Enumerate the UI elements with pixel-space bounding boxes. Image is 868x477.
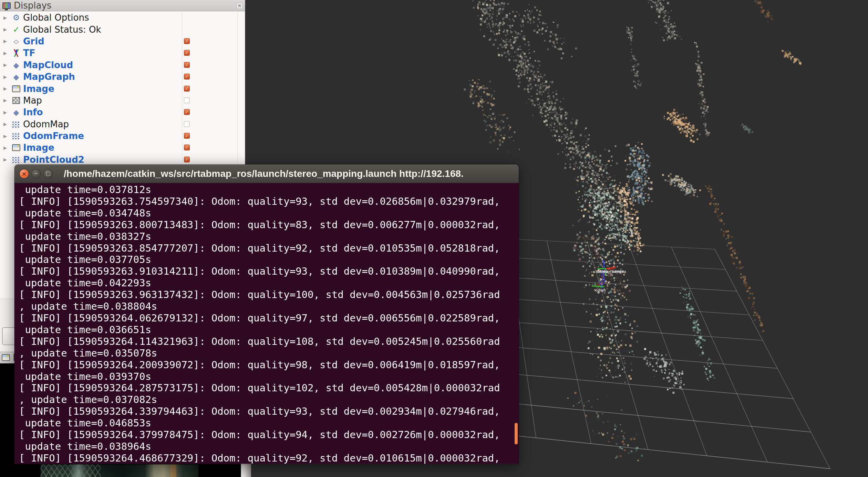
enabled-checkbox[interactable]: ✓ [184,157,190,162]
tf-frame-label: odom [595,288,606,293]
expand-arrow-icon[interactable]: ▶ [3,110,11,115]
terminal-title: /home/hazem/catkin_ws/src/rtabmap_ros/la… [64,168,464,179]
enabled-checkbox[interactable]: ✓ [184,38,190,44]
tree-row: ▶TF✓ [0,47,245,59]
diamond-icon: ◆ [11,73,21,81]
camera-image [41,464,198,477]
tree-row: ▶PointCloud2✓ [0,154,245,166]
image-icon [11,144,21,151]
maximize-button[interactable]: □ [43,169,53,179]
enabled-checkbox[interactable]: ✓ [184,86,190,92]
expand-arrow-icon[interactable]: ▶ [3,98,11,103]
tree-row: ▶Image✓ [0,142,245,153]
axes-icon [11,49,21,57]
enabled-checkbox[interactable]: ✓ [184,74,190,80]
image-icon [11,85,21,92]
display-name[interactable]: TF [23,48,35,58]
expand-arrow-icon[interactable]: ▶ [3,15,11,20]
display-name[interactable]: OdomFrame [23,131,84,141]
display-name[interactable]: Global Status: Ok [23,24,101,35]
displays-icon [2,2,11,9]
display-name[interactable]: Info [23,107,43,117]
terminal-log-text: update time=0.037812s [ INFO] [159059326… [19,184,519,464]
gear-icon: ⚙ [11,13,21,22]
diamond-icon: ◆ [11,61,21,69]
enabled-checkbox[interactable] [184,121,190,127]
display-name[interactable]: PointCloud2 [23,155,84,165]
display-name[interactable]: Image [23,84,54,94]
tree-row: ▶✓Global Status: Ok [0,23,245,35]
expand-arrow-icon[interactable]: ▶ [3,62,11,67]
expand-arrow-icon[interactable]: ▶ [3,51,11,56]
tree-row: ▶◆MapGraph✓ [0,71,245,83]
tree-row: ▶Map [0,95,245,106]
terminal-window: × − □ /home/hazem/catkin_ws/src/rtabmap_… [14,165,519,464]
expand-arrow-icon[interactable]: ▶ [3,121,11,127]
display-name[interactable]: Map [23,95,42,106]
rviz-screen: stereo_camerastereo_cameraodom Displays … [0,0,868,477]
close-button[interactable]: × [19,169,29,179]
display-name[interactable]: MapGraph [23,72,75,82]
grid-icon: ◇ [11,37,21,45]
display-name[interactable]: OdomMap [23,119,69,129]
tree-row: ▶OdomMap [0,118,245,130]
check-icon: ✓ [11,25,21,34]
enabled-checkbox[interactable]: ✓ [184,50,190,56]
expand-arrow-icon[interactable]: ▶ [3,39,11,44]
enabled-checkbox[interactable] [184,97,190,103]
add-button-sliver[interactable] [2,327,16,345]
scrollbar-thumb[interactable] [515,423,518,444]
tree-row: ▶◆MapCloud✓ [0,59,245,71]
tf-frame-label: stereo_camera [598,269,626,274]
display-name[interactable]: Image [23,142,54,153]
dots-icon [11,121,21,128]
displays-panel-title: Displays [14,1,51,10]
expand-arrow-icon[interactable]: ▶ [3,134,11,139]
enabled-checkbox[interactable]: ✓ [184,109,190,115]
expand-arrow-icon[interactable]: ▶ [3,157,11,162]
enabled-checkbox[interactable]: ✓ [184,145,190,150]
terminal-output[interactable]: update time=0.037812s [ INFO] [159059326… [14,183,519,464]
tree-row: ▶⚙Global Options [0,12,245,23]
map-icon [11,97,21,104]
diamond-icon: ◆ [11,108,21,116]
displays-panel-titlebar[interactable]: Displays × [0,0,245,11]
expand-arrow-icon[interactable]: ▶ [3,27,11,32]
dots-icon [11,132,21,139]
minimize-button[interactable]: − [31,169,41,179]
display-name[interactable]: Grid [23,36,44,46]
enabled-checkbox[interactable]: ✓ [184,133,190,139]
expand-arrow-icon[interactable]: ▶ [3,145,11,150]
expand-arrow-icon[interactable]: ▶ [3,74,11,80]
dots-icon [11,156,21,163]
image-panel-icon [2,354,10,361]
tree-row: ▶OdomFrame✓ [0,130,245,142]
tree-row: ▶◆Info✓ [0,106,245,118]
display-name[interactable]: MapCloud [23,60,73,70]
terminal-titlebar[interactable]: × − □ /home/hazem/catkin_ws/src/rtabmap_… [14,165,519,183]
tree-row: ▶◇Grid✓ [0,35,245,47]
display-name[interactable]: Global Options [23,12,89,23]
enabled-checkbox[interactable]: ✓ [184,62,190,68]
tree-row: ▶Image✓ [0,83,245,94]
panel-close-button[interactable]: × [236,2,243,9]
expand-arrow-icon[interactable]: ▶ [3,86,11,91]
